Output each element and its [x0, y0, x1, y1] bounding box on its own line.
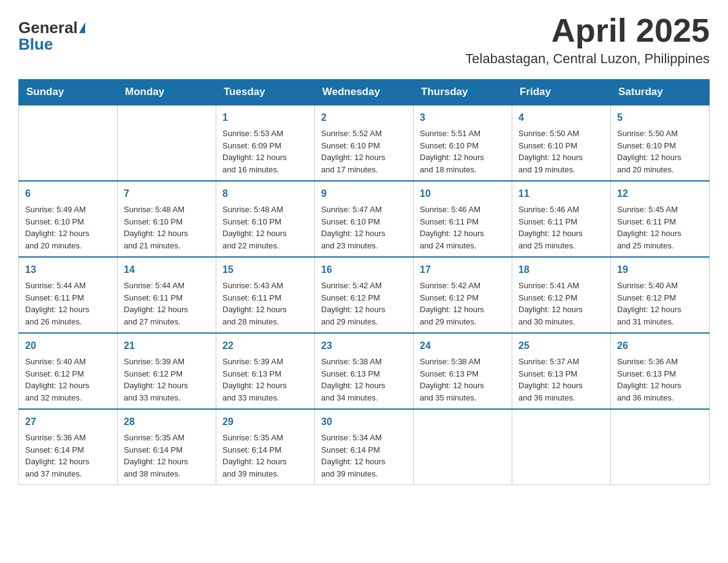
day-header-friday: Friday: [512, 80, 611, 105]
day-number: 22: [222, 339, 308, 353]
day-info: Sunrise: 5:45 AM Sunset: 6:11 PM Dayligh…: [617, 204, 703, 251]
logo-triangle-icon: [79, 22, 85, 33]
calendar-cell: 5Sunrise: 5:50 AM Sunset: 6:10 PM Daylig…: [611, 105, 710, 181]
day-number: 16: [321, 262, 407, 277]
calendar-cell: [611, 409, 710, 485]
day-header-wednesday: Wednesday: [315, 80, 414, 105]
logo-blue-text: Blue: [18, 35, 53, 53]
day-info: Sunrise: 5:38 AM Sunset: 6:13 PM Dayligh…: [420, 356, 506, 404]
day-number: 6: [25, 186, 111, 201]
day-number: 8: [222, 186, 308, 201]
calendar-cell: 13Sunrise: 5:44 AM Sunset: 6:11 PM Dayli…: [19, 257, 118, 333]
location-title: Telabastagan, Central Luzon, Philippines: [465, 51, 710, 67]
day-info: Sunrise: 5:47 AM Sunset: 6:10 PM Dayligh…: [321, 204, 407, 251]
day-info: Sunrise: 5:39 AM Sunset: 6:12 PM Dayligh…: [124, 356, 210, 404]
day-number: 3: [420, 110, 506, 125]
day-info: Sunrise: 5:48 AM Sunset: 6:10 PM Dayligh…: [124, 204, 210, 251]
week-row-5: 27Sunrise: 5:36 AM Sunset: 6:14 PM Dayli…: [19, 409, 710, 485]
day-info: Sunrise: 5:42 AM Sunset: 6:12 PM Dayligh…: [420, 280, 506, 327]
day-number: 5: [617, 110, 703, 125]
day-info: Sunrise: 5:51 AM Sunset: 6:10 PM Dayligh…: [420, 128, 506, 175]
day-info: Sunrise: 5:43 AM Sunset: 6:11 PM Dayligh…: [222, 280, 308, 327]
day-number: 7: [124, 186, 210, 201]
day-info: Sunrise: 5:39 AM Sunset: 6:13 PM Dayligh…: [222, 356, 308, 404]
day-info: Sunrise: 5:37 AM Sunset: 6:13 PM Dayligh…: [518, 356, 604, 404]
day-number: 18: [518, 262, 604, 277]
calendar-cell: [414, 409, 512, 485]
day-number: 23: [321, 339, 407, 353]
calendar-cell: 16Sunrise: 5:42 AM Sunset: 6:12 PM Dayli…: [315, 257, 414, 333]
calendar-cell: 18Sunrise: 5:41 AM Sunset: 6:12 PM Dayli…: [512, 257, 611, 333]
day-info: Sunrise: 5:44 AM Sunset: 6:11 PM Dayligh…: [124, 280, 210, 327]
day-info: Sunrise: 5:53 AM Sunset: 6:09 PM Dayligh…: [222, 128, 308, 175]
week-row-2: 6Sunrise: 5:49 AM Sunset: 6:10 PM Daylig…: [19, 181, 710, 257]
title-area: April 2025 Telabastagan, Central Luzon, …: [465, 12, 710, 67]
day-info: Sunrise: 5:52 AM Sunset: 6:10 PM Dayligh…: [321, 128, 407, 175]
days-header-row: SundayMondayTuesdayWednesdayThursdayFrid…: [19, 80, 710, 105]
week-row-1: 1Sunrise: 5:53 AM Sunset: 6:09 PM Daylig…: [19, 105, 710, 181]
day-info: Sunrise: 5:34 AM Sunset: 6:14 PM Dayligh…: [321, 432, 407, 480]
calendar-cell: 27Sunrise: 5:36 AM Sunset: 6:14 PM Dayli…: [19, 409, 118, 485]
day-number: 26: [617, 339, 703, 353]
day-number: 24: [420, 339, 506, 353]
day-number: 9: [321, 186, 407, 201]
day-info: Sunrise: 5:36 AM Sunset: 6:13 PM Dayligh…: [617, 356, 703, 404]
day-number: 13: [25, 262, 111, 277]
calendar-table: SundayMondayTuesdayWednesdayThursdayFrid…: [18, 79, 710, 485]
calendar-cell: 28Sunrise: 5:35 AM Sunset: 6:14 PM Dayli…: [118, 409, 216, 485]
calendar-cell: 15Sunrise: 5:43 AM Sunset: 6:11 PM Dayli…: [216, 257, 315, 333]
calendar-cell: 23Sunrise: 5:38 AM Sunset: 6:13 PM Dayli…: [315, 333, 414, 409]
day-info: Sunrise: 5:50 AM Sunset: 6:10 PM Dayligh…: [518, 128, 604, 175]
day-number: 10: [420, 186, 506, 201]
calendar-cell: 1Sunrise: 5:53 AM Sunset: 6:09 PM Daylig…: [216, 105, 315, 181]
day-number: 4: [518, 110, 604, 125]
calendar-cell: [512, 409, 611, 485]
day-number: 19: [617, 262, 703, 277]
calendar-cell: 19Sunrise: 5:40 AM Sunset: 6:12 PM Dayli…: [611, 257, 710, 333]
calendar-cell: 11Sunrise: 5:46 AM Sunset: 6:11 PM Dayli…: [512, 181, 611, 257]
calendar-cell: 26Sunrise: 5:36 AM Sunset: 6:13 PM Dayli…: [611, 333, 710, 409]
calendar-cell: 14Sunrise: 5:44 AM Sunset: 6:11 PM Dayli…: [118, 257, 216, 333]
calendar-cell: 17Sunrise: 5:42 AM Sunset: 6:12 PM Dayli…: [414, 257, 512, 333]
day-info: Sunrise: 5:38 AM Sunset: 6:13 PM Dayligh…: [321, 356, 407, 404]
week-row-3: 13Sunrise: 5:44 AM Sunset: 6:11 PM Dayli…: [19, 257, 710, 333]
calendar-cell: 8Sunrise: 5:48 AM Sunset: 6:10 PM Daylig…: [216, 181, 315, 257]
calendar-cell: 30Sunrise: 5:34 AM Sunset: 6:14 PM Dayli…: [315, 409, 414, 485]
calendar-cell: 22Sunrise: 5:39 AM Sunset: 6:13 PM Dayli…: [216, 333, 315, 409]
calendar-cell: 29Sunrise: 5:35 AM Sunset: 6:14 PM Dayli…: [216, 409, 315, 485]
day-number: 2: [321, 110, 407, 125]
day-header-sunday: Sunday: [19, 80, 118, 105]
day-number: 21: [124, 339, 210, 353]
calendar-cell: 24Sunrise: 5:38 AM Sunset: 6:13 PM Dayli…: [414, 333, 512, 409]
day-info: Sunrise: 5:40 AM Sunset: 6:12 PM Dayligh…: [617, 280, 703, 327]
calendar-cell: 9Sunrise: 5:47 AM Sunset: 6:10 PM Daylig…: [315, 181, 414, 257]
calendar-cell: 20Sunrise: 5:40 AM Sunset: 6:12 PM Dayli…: [19, 333, 118, 409]
calendar-cell: 12Sunrise: 5:45 AM Sunset: 6:11 PM Dayli…: [611, 181, 710, 257]
calendar-cell: 25Sunrise: 5:37 AM Sunset: 6:13 PM Dayli…: [512, 333, 611, 409]
page-header: General Blue April 2025 Telabastagan, Ce…: [18, 12, 710, 67]
day-number: 15: [222, 262, 308, 277]
day-header-monday: Monday: [118, 80, 216, 105]
day-info: Sunrise: 5:41 AM Sunset: 6:12 PM Dayligh…: [518, 280, 604, 327]
day-number: 14: [124, 262, 210, 277]
calendar-cell: 4Sunrise: 5:50 AM Sunset: 6:10 PM Daylig…: [512, 105, 611, 181]
calendar-cell: 21Sunrise: 5:39 AM Sunset: 6:12 PM Dayli…: [118, 333, 216, 409]
day-header-saturday: Saturday: [611, 80, 710, 105]
day-info: Sunrise: 5:46 AM Sunset: 6:11 PM Dayligh…: [420, 204, 506, 251]
week-row-4: 20Sunrise: 5:40 AM Sunset: 6:12 PM Dayli…: [19, 333, 710, 409]
day-number: 17: [420, 262, 506, 277]
calendar-cell: 10Sunrise: 5:46 AM Sunset: 6:11 PM Dayli…: [414, 181, 512, 257]
day-number: 20: [25, 339, 111, 353]
day-header-thursday: Thursday: [414, 80, 512, 105]
day-info: Sunrise: 5:49 AM Sunset: 6:10 PM Dayligh…: [25, 204, 111, 251]
month-title: April 2025: [465, 12, 710, 48]
day-number: 25: [518, 339, 604, 353]
day-info: Sunrise: 5:44 AM Sunset: 6:11 PM Dayligh…: [25, 280, 111, 327]
day-info: Sunrise: 5:35 AM Sunset: 6:14 PM Dayligh…: [222, 432, 308, 480]
day-number: 1: [222, 110, 308, 125]
day-number: 28: [124, 415, 210, 429]
day-info: Sunrise: 5:48 AM Sunset: 6:10 PM Dayligh…: [222, 204, 308, 251]
calendar-cell: 7Sunrise: 5:48 AM Sunset: 6:10 PM Daylig…: [118, 181, 216, 257]
day-info: Sunrise: 5:42 AM Sunset: 6:12 PM Dayligh…: [321, 280, 407, 327]
calendar-cell: [19, 105, 118, 181]
